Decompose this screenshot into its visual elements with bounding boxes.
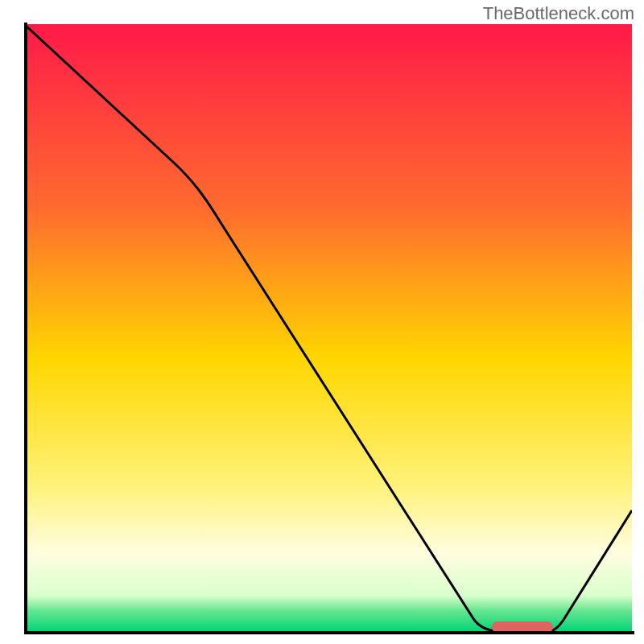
- x-axis: [24, 631, 634, 634]
- gradient-background: [24, 24, 632, 632]
- chart-container: TheBottleneck.com: [0, 0, 644, 644]
- chart-svg: [24, 24, 632, 632]
- watermark-text: TheBottleneck.com: [483, 3, 634, 24]
- y-axis: [24, 23, 27, 633]
- plot-area: [24, 24, 632, 632]
